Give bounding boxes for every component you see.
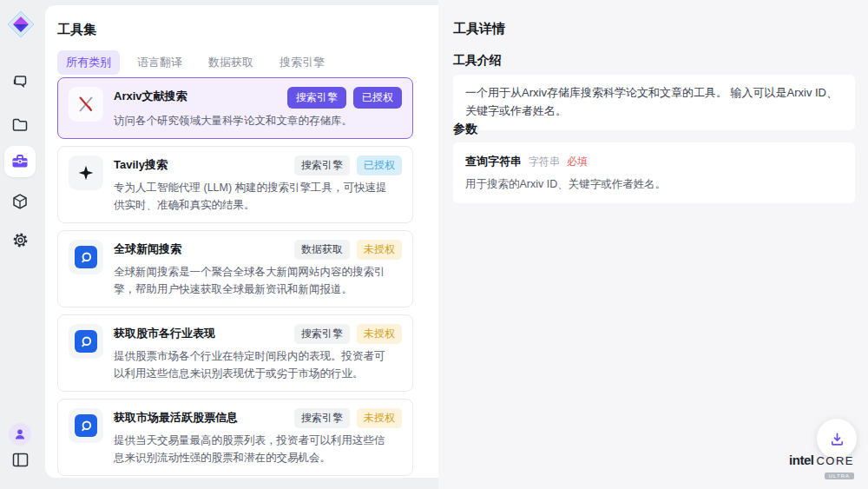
tool-description: 提供当天交易量最高的股票列表，投资者可以利用这些信息来识别流动性强的股票和潜在的… bbox=[114, 432, 393, 466]
tools-panel: 工具集 所有类别 语言翻译 数据获取 搜索引擎 Arxiv文献搜索 搜索引擎 已… bbox=[45, 5, 438, 478]
param-type: 字符串 bbox=[529, 155, 560, 169]
tool-name: Arxiv文献搜索 bbox=[114, 87, 187, 104]
user-avatar[interactable] bbox=[9, 423, 31, 446]
tab-language-translation[interactable]: 语言翻译 bbox=[128, 50, 191, 75]
status-badge: 已授权 bbox=[357, 155, 402, 175]
brand-primary: intel bbox=[789, 453, 813, 466]
tools-panel-title: 工具集 bbox=[57, 22, 96, 38]
sidebar-collapse-toggle[interactable] bbox=[7, 446, 33, 472]
tool-name: 获取市场最活跃股票信息 bbox=[114, 408, 238, 426]
param-description: 用于搜索的Arxiv ID、关键字或作者姓名。 bbox=[465, 177, 843, 192]
sidebar-item-files[interactable] bbox=[4, 109, 36, 141]
category-badge: 搜索引擎 bbox=[294, 324, 350, 344]
param-name: 查询字符串 bbox=[465, 154, 522, 169]
sparkle-icon bbox=[69, 155, 103, 190]
sidebar-item-toolbox[interactable] bbox=[4, 146, 36, 177]
tab-all-categories[interactable]: 所有类别 bbox=[57, 50, 120, 75]
toolbox-icon bbox=[10, 152, 30, 171]
cube-icon bbox=[11, 193, 29, 210]
tool-name: 全球新闻搜索 bbox=[114, 240, 181, 257]
sidebar-item-packages[interactable] bbox=[4, 186, 36, 217]
chat-icon bbox=[11, 73, 29, 90]
status-badge: 未授权 bbox=[357, 324, 402, 344]
news-search-icon bbox=[69, 408, 103, 443]
param-required-label: 必填 bbox=[567, 155, 588, 169]
category-badge: 数据获取 bbox=[294, 240, 350, 260]
intro-heading: 工具介绍 bbox=[453, 53, 502, 69]
tool-description: 提供股票市场各个行业在特定时间段内的表现。投资者可以利用这些信息来识别表现优于或… bbox=[114, 347, 393, 382]
category-tabs: 所有类别 语言翻译 数据获取 搜索引擎 bbox=[57, 50, 333, 75]
tool-name: Tavily搜索 bbox=[114, 155, 168, 173]
intel-core-logo: intel CORE ULTRA bbox=[789, 453, 854, 480]
panel-toggle-icon bbox=[12, 453, 29, 467]
tool-description: 访问各个研究领域大量科学论文和文章的存储库。 bbox=[114, 112, 393, 129]
tool-description: 全球新闻搜索是一个聚合全球各大新闻网站内容的搜索引擎，帮助用户快速获取全球最新资… bbox=[114, 263, 393, 298]
tool-card-arxiv[interactable]: Arxiv文献搜索 搜索引擎 已授权 访问各个研究领域大量科学论文和文章的存储库… bbox=[57, 77, 413, 139]
tool-name: 获取股市各行业表现 bbox=[114, 324, 215, 341]
sidebar-item-chat[interactable] bbox=[4, 66, 36, 97]
tool-description: 专为人工智能代理 (LLM) 构建的搜索引擎工具，可快速提供实时、准确和真实的结… bbox=[114, 179, 393, 214]
param-card: 查询字符串 字符串 必填 用于搜索的Arxiv ID、关键字或作者姓名。 bbox=[453, 142, 855, 203]
category-badge: 搜索引擎 bbox=[287, 87, 346, 109]
tool-card-most-active-stocks[interactable]: 获取市场最活跃股票信息 搜索引擎 未授权 提供当天交易量最高的股票列表，投资者可… bbox=[57, 399, 413, 476]
news-search-icon bbox=[69, 240, 103, 274]
sidebar-item-settings[interactable] bbox=[4, 224, 36, 255]
app-logo-icon bbox=[7, 10, 35, 38]
tool-card-tavily[interactable]: Tavily搜索 搜索引擎 已授权 专为人工智能代理 (LLM) 构建的搜索引擎… bbox=[57, 146, 413, 223]
left-sidebar bbox=[0, 0, 40, 489]
brand-badge: ULTRA bbox=[825, 472, 854, 479]
tool-list: Arxiv文献搜索 搜索引擎 已授权 访问各个研究领域大量科学论文和文章的存储库… bbox=[57, 77, 413, 479]
arxiv-icon bbox=[69, 87, 103, 122]
tool-card-sector-performance[interactable]: 获取股市各行业表现 搜索引擎 未授权 提供股票市场各个行业在特定时间段内的表现。… bbox=[57, 314, 413, 392]
brand-secondary: CORE bbox=[816, 455, 854, 466]
status-badge: 未授权 bbox=[357, 408, 402, 428]
tab-search-engine[interactable]: 搜索引擎 bbox=[271, 50, 333, 75]
news-search-icon bbox=[69, 324, 103, 359]
gear-icon bbox=[11, 231, 30, 249]
category-badge: 搜索引擎 bbox=[294, 155, 350, 175]
status-badge: 未授权 bbox=[357, 240, 402, 260]
intro-card: 一个用于从Arxiv存储库搜索科学论文和文章的工具。 输入可以是Arxiv ID… bbox=[453, 75, 855, 130]
status-badge: 已授权 bbox=[353, 87, 402, 109]
tool-detail-panel: 工具详情 工具介绍 一个用于从Arxiv存储库搜索科学论文和文章的工具。 输入可… bbox=[438, 0, 868, 489]
folder-icon bbox=[11, 116, 29, 134]
tool-card-global-news-search[interactable]: 全球新闻搜索 数据获取 未授权 全球新闻搜索是一个聚合全球各大新闻网站内容的搜索… bbox=[57, 230, 413, 307]
tab-data-fetch[interactable]: 数据获取 bbox=[200, 50, 262, 75]
category-badge: 搜索引擎 bbox=[294, 408, 350, 428]
user-avatar-icon bbox=[13, 427, 27, 441]
download-icon bbox=[829, 431, 845, 447]
params-heading: 参数 bbox=[453, 122, 477, 137]
detail-title: 工具详情 bbox=[453, 21, 505, 37]
